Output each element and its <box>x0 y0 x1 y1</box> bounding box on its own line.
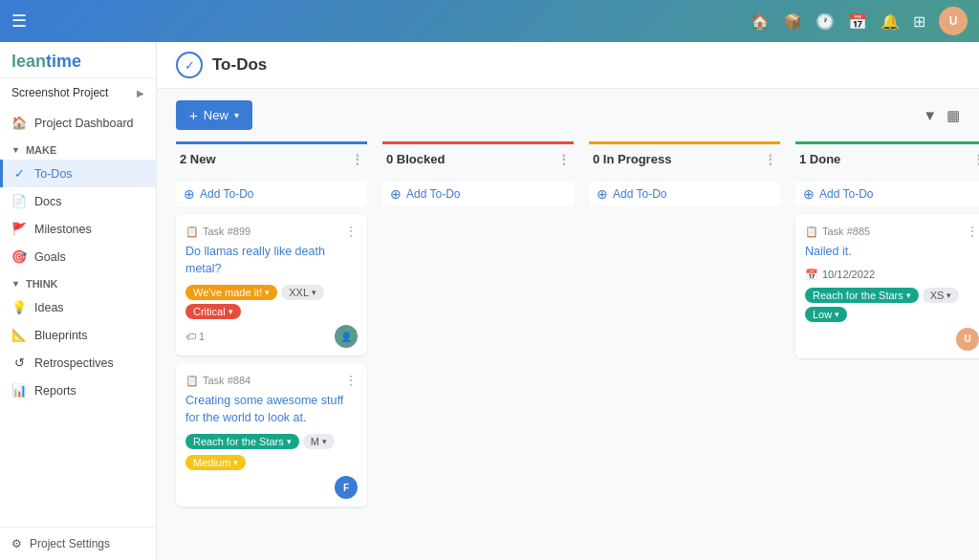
layout-icon[interactable]: ▦ <box>946 107 960 124</box>
sidebar-section-make[interactable]: ▼ MAKE <box>0 137 156 160</box>
section-label-make: MAKE <box>26 144 56 156</box>
hamburger-icon[interactable]: ☰ <box>11 11 27 32</box>
project-name: Screenshot Project <box>11 86 108 99</box>
tag-xs[interactable]: XS ▾ <box>923 288 960 303</box>
section-arrow-think: ▼ <box>11 279 20 289</box>
tag-low[interactable]: Low ▾ <box>805 307 847 322</box>
column-menu-icon-new[interactable]: ⋮ <box>351 152 363 166</box>
sidebar-item-label: Retrospectives <box>34 356 114 370</box>
tag-m[interactable]: M ▾ <box>303 434 335 449</box>
date-text: 10/12/2022 <box>822 269 875 280</box>
add-todo-new[interactable]: ⊕ Add To-Do <box>176 182 367 206</box>
add-todo-in-progress[interactable]: ⊕ Add To-Do <box>589 182 780 206</box>
project-name-row[interactable]: Screenshot Project ▶ <box>0 78 156 105</box>
filter-icon[interactable]: ▼ <box>923 107 937 123</box>
new-button[interactable]: + New ▾ <box>176 100 252 130</box>
card-title-884[interactable]: Creating some awesome stuff for the worl… <box>185 393 358 426</box>
logo-area: leantime <box>0 42 156 78</box>
tag-wemadeit[interactable]: We've made it! ▾ <box>185 285 277 300</box>
column-title-in-progress: 0 In Progress <box>593 152 671 166</box>
column-menu-icon-in-progress[interactable]: ⋮ <box>764 152 776 166</box>
add-todo-blocked[interactable]: ⊕ Add To-Do <box>382 182 574 206</box>
tag-medium[interactable]: Medium ▾ <box>185 455 246 470</box>
card-task-id-899: 📋 Task #899 <box>185 226 250 238</box>
sidebar-item-reports[interactable]: 📊 Reports <box>0 377 156 404</box>
column-done: 1 Done ⋮ ⊕ Add To-Do 📋 Task #885 ⋮ <box>795 141 979 541</box>
bell-icon[interactable]: 🔔 <box>881 12 900 31</box>
tags-row-899: We've made it! ▾ XXL ▾ Critical ▾ <box>185 285 358 319</box>
column-in-progress: 0 In Progress ⋮ ⊕ Add To-Do <box>589 141 780 541</box>
kanban-board: 2 New ⋮ ⊕ Add To-Do 📋 Task #899 ⋮ <box>157 141 979 560</box>
column-menu-icon-done[interactable]: ⋮ <box>972 152 979 166</box>
sidebar-item-ideas[interactable]: 💡 Ideas <box>0 293 156 321</box>
card-menu-icon-899[interactable]: ⋮ <box>344 224 358 239</box>
card-menu-icon-885[interactable]: ⋮ <box>966 224 979 239</box>
add-todo-done[interactable]: ⊕ Add To-Do <box>795 182 979 206</box>
todos-icon: ✓ <box>11 166 27 181</box>
home-icon[interactable]: 🏠 <box>751 12 770 31</box>
column-title-done: 1 Done <box>799 152 840 166</box>
toolbar-right: ▼ ▦ <box>923 107 960 124</box>
card-date-885: 📅 10/12/2022 <box>805 269 979 281</box>
sidebar-item-todos[interactable]: ✓ To-Dos <box>0 160 156 187</box>
column-header-done: 1 Done ⋮ <box>795 141 979 174</box>
section-label-think: THINK <box>26 278 58 290</box>
column-title-new: 2 New <box>180 152 216 166</box>
plus-circle-icon: ⊕ <box>803 186 815 202</box>
sidebar-item-dashboard[interactable]: 🏠 Project Dashboard <box>0 109 156 137</box>
sidebar-item-goals[interactable]: 🎯 Goals <box>0 243 156 270</box>
task-id-text: Task #899 <box>203 226 250 237</box>
calendar-icon[interactable]: 📅 <box>848 12 867 31</box>
chevron-right-icon: ▶ <box>137 88 144 98</box>
new-button-label: New <box>204 108 228 122</box>
ideas-icon: 💡 <box>11 300 27 314</box>
column-header-blocked: 0 Blocked ⋮ <box>382 141 574 174</box>
sidebar-nav: 🏠 Project Dashboard ▼ MAKE ✓ To-Dos 📄 Do… <box>0 105 156 527</box>
dropdown-arrow-icon: ▾ <box>234 110 239 120</box>
card-title-899[interactable]: Do llamas really like death metal? <box>185 244 358 277</box>
docs-icon: 📄 <box>11 194 27 208</box>
tag-reachstars-884[interactable]: Reach for the Stars ▾ <box>185 434 299 449</box>
sidebar-item-milestones[interactable]: 🚩 Milestones <box>0 215 156 243</box>
tag-reachstars-885[interactable]: Reach for the Stars ▾ <box>805 288 919 303</box>
sidebar-item-label: To-Dos <box>34 167 73 181</box>
sidebar-item-label: Ideas <box>34 301 64 314</box>
tag-xxl[interactable]: XXL ▾ <box>281 285 324 300</box>
card-menu-icon-884[interactable]: ⋮ <box>344 373 358 388</box>
task-icon: 📋 <box>185 226 199 238</box>
sidebar-item-label: Milestones <box>34 223 92 236</box>
sidebar-item-label: Reports <box>34 384 76 398</box>
column-header-new: 2 New ⋮ <box>176 141 367 174</box>
clock-icon[interactable]: 🕐 <box>816 12 835 31</box>
card-comments-899: 🏷 1 <box>185 331 205 342</box>
tag-critical[interactable]: Critical ▾ <box>185 304 241 319</box>
task-icon: 📋 <box>185 375 199 387</box>
logo-time: time <box>46 52 81 71</box>
topnav-right: 🏠 📦 🕐 📅 🔔 ⊞ U <box>751 7 968 35</box>
tags-row2-884: Medium ▾ <box>185 455 358 470</box>
plus-icon: + <box>189 107 198 123</box>
plus-circle-icon: ⊕ <box>597 186 608 202</box>
tags-row-885: Reach for the Stars ▾ XS ▾ Low ▾ <box>805 288 979 322</box>
tags-row-884: Reach for the Stars ▾ M ▾ <box>185 434 358 449</box>
card-header-899: 📋 Task #899 ⋮ <box>185 224 358 239</box>
page-header: ✓ To-Dos <box>157 42 979 89</box>
card-885: 📋 Task #885 ⋮ Nailed it. 📅 10/12/2022 Re… <box>795 214 979 358</box>
sidebar: leantime Screenshot Project ▶ 🏠 Project … <box>0 42 157 560</box>
sidebar-section-think[interactable]: ▼ THINK <box>0 270 156 293</box>
sidebar-footer-settings[interactable]: ⚙ Project Settings <box>0 527 156 560</box>
avatar[interactable]: U <box>939 7 968 35</box>
reports-icon: 📊 <box>11 383 27 398</box>
logo-lean: lean <box>11 52 46 71</box>
sidebar-item-docs[interactable]: 📄 Docs <box>0 187 156 215</box>
blueprints-icon: 📐 <box>11 328 27 342</box>
card-footer-885: U <box>805 328 979 351</box>
sidebar-item-blueprints[interactable]: 📐 Blueprints <box>0 321 156 349</box>
card-task-id-884: 📋 Task #884 <box>185 375 250 387</box>
grid-icon[interactable]: ⊞ <box>913 12 925 31</box>
column-menu-icon-blocked[interactable]: ⋮ <box>557 152 570 166</box>
card-title-885[interactable]: Nailed it. <box>805 244 979 261</box>
sidebar-item-retrospectives[interactable]: ↺ Retrospectives <box>0 349 156 377</box>
topnav-left: ☰ <box>11 11 27 32</box>
package-icon[interactable]: 📦 <box>783 12 802 31</box>
